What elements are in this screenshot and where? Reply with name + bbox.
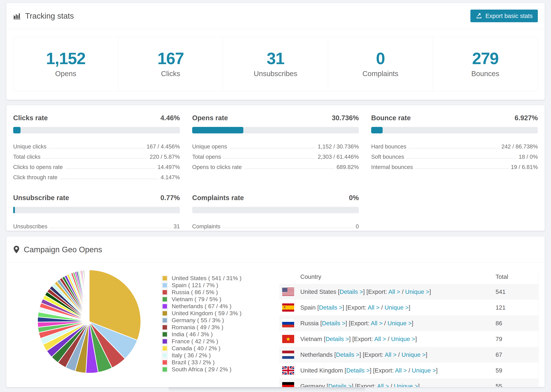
detail-value: 220 / 5.87% [150, 154, 180, 160]
export-all-link-united-kingdom[interactable]: All > [395, 367, 407, 374]
country-name: Vietnam [300, 336, 322, 342]
page: Tracking stats Export basic stats 1,152O… [0, 0, 551, 392]
legend-label: Brazil ( 33 / 2% ) [172, 359, 215, 366]
detail-label: Clicks to opens rate [13, 164, 63, 170]
detail-row-unique-opens: Unique opens1,152 / 30.736% [192, 140, 359, 150]
dotted-leader [223, 228, 353, 228]
dotted-leader [224, 158, 315, 159]
rate-block-complaints-rate: Complaints rate0%Complaints0 [192, 194, 359, 230]
rate-name-bounce-rate: Bounce rate [371, 114, 411, 122]
export-basic-stats-button[interactable]: Export basic stats [470, 10, 538, 22]
stat-unsubscribes: 31Unsubscribes [223, 37, 328, 91]
detail-row-soft-bounces: Soft bounces18 / 0% [371, 150, 538, 160]
legend-item-canada: Canada ( 40 / 2% ) [162, 345, 275, 352]
progress-bar-opens-rate [192, 127, 359, 133]
detail-label: Click through rate [13, 174, 57, 181]
export-unique-link-united-states[interactable]: Unique > [405, 288, 429, 295]
dotted-leader [229, 148, 315, 148]
geo-pie-legend: United States ( 541 / 31% )Spain ( 121 /… [162, 275, 275, 373]
detail-row-opens-to-clicks-rate: Opens to clicks rate689.82% [192, 160, 359, 170]
tracking-stats-header: Tracking stats Export basic stats [6, 3, 545, 29]
export-all-link-germany[interactable]: All > [377, 383, 389, 387]
legend-item-united-kingdom: United Kingdom ( 59 / 3% ) [162, 310, 275, 317]
tracking-stats-body: 1,152Opens167Clicks31Unsubscribes0Compla… [6, 37, 545, 91]
details-link-germany[interactable]: Details > [328, 383, 352, 387]
detail-value: 2,303 / 61.446% [318, 154, 359, 160]
geo-col-header-total: Total [495, 273, 538, 280]
legend-swatch-united-states [162, 275, 168, 281]
legend-item-india: India ( 46 / 3% ) [162, 331, 275, 338]
legend-label: Spain ( 121 / 7% ) [172, 282, 218, 288]
geo-row-united-kingdom: United Kingdom [Details >] [Export: All … [279, 363, 538, 378]
legend-item-romania: Romania ( 49 / 3% ) [162, 324, 275, 331]
rate-block-clicks-rate: Clicks rate4.46%Unique clicks167 / 4.456… [13, 114, 180, 181]
legend-swatch-united-kingdom [162, 310, 168, 316]
dotted-leader [65, 168, 155, 169]
legend-item-south-africa: South Africa ( 29 / 2% ) [162, 366, 275, 373]
geo-row-germany: Germany [Details >] [Export: All > / Uni… [279, 378, 538, 387]
details-link-russia[interactable]: Details > [322, 320, 345, 327]
detail-label: Complaints [192, 223, 220, 230]
dotted-leader [50, 228, 171, 228]
rates-grid: Clicks rate4.46%Unique clicks167 / 4.456… [6, 105, 545, 231]
export-icon [475, 13, 482, 19]
details-link-vietnam[interactable]: Details > [325, 336, 349, 342]
export-all-link-vietnam[interactable]: All > [374, 336, 386, 342]
detail-value: 1,152 / 30.736% [318, 143, 359, 150]
export-unique-link-united-kingdom[interactable]: Unique > [412, 367, 436, 374]
legend-swatch-brazil [162, 359, 168, 365]
geo-table-header-row: CountryTotal [279, 270, 538, 284]
progress-fill-clicks-rate [13, 127, 21, 133]
export-all-link-united-states[interactable]: All > [389, 288, 400, 295]
rate-value-bounce-rate: 6.927% [515, 114, 538, 122]
map-pin-icon [13, 245, 20, 254]
export-all-link-spain[interactable]: All > [368, 304, 380, 311]
export-all-link-russia[interactable]: All > [371, 320, 382, 327]
export-unique-link-germany[interactable]: Unique > [394, 383, 418, 387]
export-unique-link-vietnam[interactable]: Unique > [391, 336, 415, 342]
legend-swatch-canada [162, 345, 168, 351]
legend-label: South Africa ( 29 / 2% ) [172, 366, 232, 373]
progress-fill-unsubscribe-rate [13, 207, 15, 213]
legend-label: Russia ( 86 / 5% ) [172, 289, 218, 295]
legend-item-spain: Spain ( 121 / 7% ) [162, 282, 275, 289]
dotted-leader [244, 168, 334, 169]
rate-name-unsubscribe-rate: Unsubscribe rate [13, 194, 69, 202]
country-name: United Kingdom [300, 367, 343, 374]
detail-label: Unique clicks [13, 143, 46, 150]
details-link-united-states[interactable]: Details > [340, 288, 363, 295]
export-unique-link-spain[interactable]: Unique > [384, 304, 409, 311]
legend-swatch-india [162, 331, 168, 337]
rate-name-clicks-rate: Clicks rate [13, 114, 48, 122]
legend-item-germany: Germany ( 55 / 3% ) [162, 317, 275, 324]
details-link-spain[interactable]: Details > [319, 304, 342, 311]
progress-bar-complaints-rate [192, 207, 359, 213]
dotted-leader [415, 168, 509, 169]
geo-row-total: 67 [495, 351, 538, 358]
flag-us-icon [282, 288, 294, 296]
export-unique-link-netherlands[interactable]: Unique > [402, 351, 426, 358]
rate-value-clicks-rate: 4.46% [161, 114, 180, 122]
export-unique-link-russia[interactable]: Unique > [388, 320, 412, 327]
geo-row-vietnam: Vietnam [Details >] [Export: All > / Uni… [279, 331, 538, 347]
geo-opens-card: Campaign Geo Opens United States ( 541 /… [6, 236, 545, 387]
legend-swatch-spain [162, 282, 168, 288]
detail-label: Soft bounces [371, 154, 404, 160]
detail-label: Unique opens [192, 143, 227, 150]
details-link-netherlands[interactable]: Details > [336, 351, 359, 358]
legend-label: Germany ( 55 / 3% ) [172, 317, 224, 324]
detail-row-internal-bounces: Internal bounces19 / 6.81% [371, 160, 538, 170]
flag-gb-icon [282, 366, 294, 375]
dotted-leader [409, 148, 499, 148]
stat-label-unsubscribes: Unsubscribes [223, 70, 328, 78]
export-all-link-netherlands[interactable]: All > [385, 351, 396, 358]
legend-item-russia: Russia ( 86 / 5% ) [162, 289, 275, 296]
details-link-united-kingdom[interactable]: Details > [346, 367, 370, 374]
detail-label: Unsubscribes [13, 223, 47, 230]
detail-value: 19 / 6.81% [511, 164, 538, 170]
progress-bar-unsubscribe-rate [13, 207, 180, 213]
flag-nl-icon [282, 351, 294, 359]
geo-row-total: 121 [495, 304, 538, 311]
legend-label: Netherlands ( 67 / 4% ) [172, 303, 232, 309]
stat-value-unsubscribes: 31 [223, 49, 328, 68]
